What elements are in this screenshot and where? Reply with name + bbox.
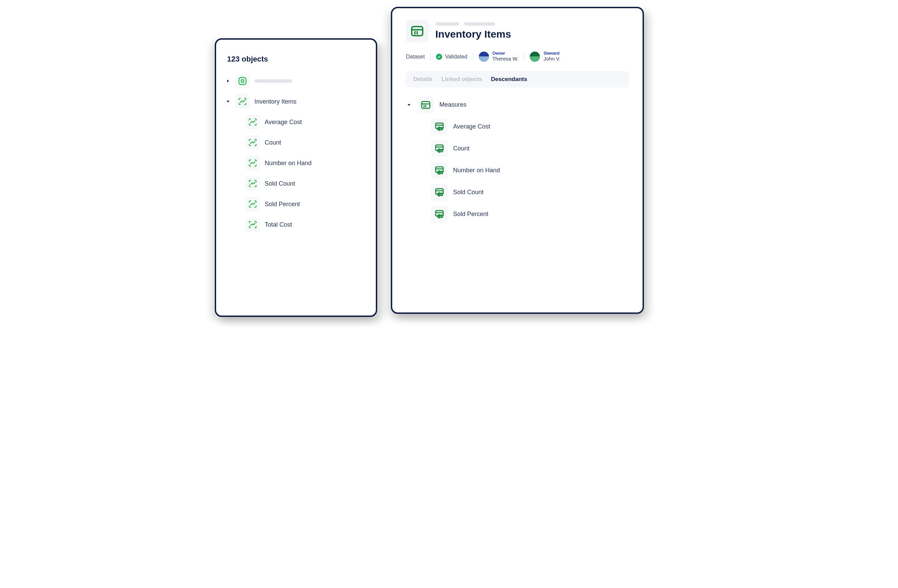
avatar bbox=[530, 52, 540, 62]
caret-down-icon[interactable] bbox=[406, 103, 412, 107]
detail-header: Inventory Items bbox=[406, 20, 629, 42]
tree-node-count[interactable]: Count bbox=[246, 135, 366, 150]
tab-linked-objects[interactable]: Linked objects bbox=[441, 76, 482, 83]
object-browser-panel: 123 objects Inventory It bbox=[215, 38, 377, 317]
steward-role-label: Steward bbox=[543, 51, 560, 56]
column-icon bbox=[431, 206, 447, 223]
tree-node-label: Number on Hand bbox=[264, 160, 312, 167]
divider bbox=[524, 53, 524, 60]
detail-tabs: Details Linked objects Descendants bbox=[406, 71, 629, 88]
tree-node-label: Sold Count bbox=[453, 189, 484, 196]
chart-metric-icon bbox=[235, 94, 250, 109]
divider bbox=[473, 53, 473, 60]
tree-node-label: Inventory Items bbox=[254, 98, 297, 105]
tree-node-sold-percent[interactable]: Sold Percent bbox=[431, 206, 629, 223]
page-title: Inventory Items bbox=[435, 28, 511, 40]
tree-node-label: Number on Hand bbox=[453, 167, 500, 174]
owner-name: Theresa W. bbox=[492, 56, 519, 62]
tree-node-average-cost[interactable]: Average Cost bbox=[431, 118, 629, 135]
tree-node-average-cost[interactable]: Average Cost bbox=[246, 114, 366, 130]
chart-metric-icon bbox=[246, 217, 260, 232]
status-badge: Validated bbox=[436, 54, 467, 60]
object-count: 123 objects bbox=[227, 55, 366, 64]
tree-node-label: Total Cost bbox=[264, 221, 292, 228]
tree-node-total-cost[interactable]: Total Cost bbox=[246, 217, 366, 232]
chart-metric-icon bbox=[246, 197, 260, 211]
owner-chip[interactable]: Owner Theresa W. bbox=[479, 51, 519, 62]
tree-node-label: Sold Count bbox=[264, 180, 295, 187]
tree-node-collapsed[interactable] bbox=[226, 73, 366, 89]
descendants-tree: Measures Average Cost Count Number on Ha… bbox=[406, 97, 629, 223]
dataset-detail-panel: Inventory Items Dataset Validated Owner … bbox=[391, 7, 644, 314]
tree-node-label: Count bbox=[264, 139, 281, 146]
tree-node-label-placeholder bbox=[254, 79, 292, 83]
steward-chip[interactable]: Steward John V. bbox=[530, 51, 560, 62]
divider bbox=[430, 53, 431, 60]
chart-metric-icon bbox=[246, 177, 260, 191]
avatar bbox=[479, 52, 489, 62]
dashboard-icon bbox=[235, 74, 250, 88]
tree-node-label: Average Cost bbox=[453, 123, 491, 130]
check-circle-icon bbox=[436, 54, 442, 60]
tree-node-label: Sold Percent bbox=[264, 201, 300, 208]
dataset-meta: Dataset Validated Owner Theresa W. bbox=[406, 51, 629, 62]
caret-down-icon[interactable] bbox=[226, 100, 231, 104]
tab-descendants[interactable]: Descendants bbox=[491, 76, 527, 83]
tree-node-label: Sold Percent bbox=[453, 210, 488, 218]
column-icon bbox=[431, 141, 447, 157]
chart-metric-icon bbox=[246, 115, 260, 129]
tree-node-number-on-hand[interactable]: Number on Hand bbox=[246, 155, 366, 171]
status-text: Validated bbox=[445, 54, 467, 60]
column-icon bbox=[431, 163, 447, 179]
chart-metric-icon bbox=[246, 156, 260, 170]
tree-node-sold-count[interactable]: Sold Count bbox=[246, 176, 366, 192]
owner-role-label: Owner bbox=[492, 51, 519, 56]
tree-node-inventory-items[interactable]: Inventory Items bbox=[226, 94, 366, 109]
tree-node-label: Count bbox=[453, 145, 469, 152]
column-icon bbox=[431, 119, 447, 135]
tree-node-sold-count[interactable]: Sold Count bbox=[431, 184, 629, 201]
tab-details[interactable]: Details bbox=[414, 76, 432, 83]
column-icon bbox=[431, 184, 447, 201]
chart-metric-icon bbox=[246, 135, 260, 150]
tree-node-count[interactable]: Count bbox=[431, 140, 629, 157]
tree-node-measures[interactable]: Measures bbox=[406, 97, 629, 114]
object-type-label: Dataset bbox=[406, 54, 425, 60]
caret-right-icon[interactable] bbox=[226, 78, 231, 83]
tree-node-label: Average Cost bbox=[264, 119, 302, 126]
object-tree: Inventory Items Average Cost Count Numb bbox=[226, 73, 366, 232]
tree-node-sold-percent[interactable]: Sold Percent bbox=[246, 196, 366, 212]
steward-name: John V. bbox=[543, 56, 560, 62]
tree-node-number-on-hand[interactable]: Number on Hand bbox=[431, 162, 629, 179]
breadcrumb-placeholder bbox=[435, 22, 511, 26]
table-icon bbox=[406, 20, 429, 42]
tree-node-label: Measures bbox=[440, 101, 466, 108]
table-icon bbox=[418, 97, 434, 113]
